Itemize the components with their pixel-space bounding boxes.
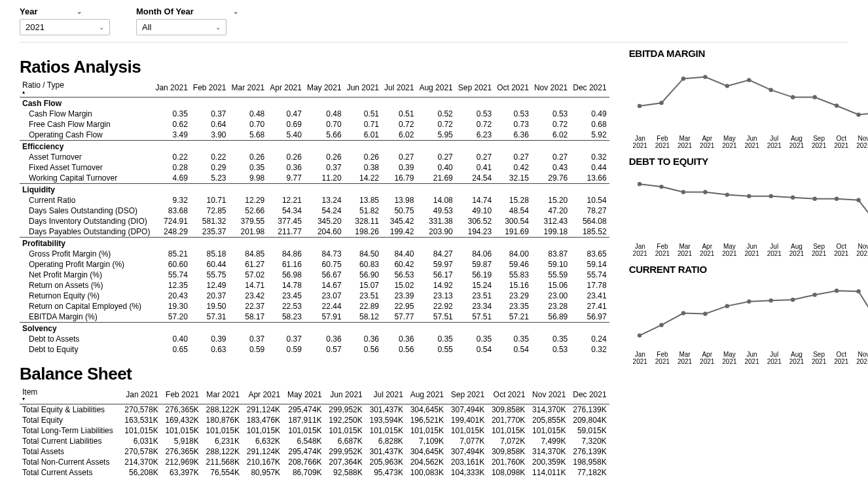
table-row[interactable]: Return on Capital Employed (%)19.3019.50… [20,301,609,312]
table-row[interactable]: Asset Turnover0.220.220.260.260.260.260.… [20,152,609,162]
month-col-header[interactable]: Nov 2021 [528,387,568,404]
table-row[interactable]: Total Assets270,578K276,365K288,122K291,… [20,446,609,457]
chart-point[interactable] [812,293,816,296]
table-row[interactable]: Operating Profit Margin (%)60.6060.4461.… [20,259,609,270]
chart-point[interactable] [659,185,663,188]
month-col-header[interactable]: Jul 2021 [382,80,416,98]
month-col-header[interactable]: Oct 2021 [487,387,528,404]
chart-point[interactable] [812,197,816,201]
month-col-header[interactable]: May 2021 [304,80,344,98]
month-dropdown[interactable]: All ⌄ [136,19,226,35]
month-col-header[interactable]: Jun 2021 [344,80,382,98]
chart-point[interactable] [681,190,685,194]
month-col-header[interactable]: Mar 2021 [202,387,242,404]
table-row[interactable]: Total Non-Current Assets214,370K212,969K… [20,457,609,467]
table-row[interactable]: Operating Cash Flow3.493.905.685.405.666… [20,130,609,141]
chart-point[interactable] [856,113,860,116]
chart-point[interactable] [659,101,663,105]
axis-label: Apr2021 [696,351,718,365]
month-col-header[interactable]: Jan 2021 [153,80,190,98]
chart-point[interactable] [659,323,663,327]
cell-value: 59.97 [416,259,455,270]
balance-table[interactable]: Item▾Jan 2021Feb 2021Mar 2021Apr 2021May… [20,387,609,478]
month-col-header[interactable]: Jan 2021 [120,387,161,404]
month-col-header[interactable]: Nov 2021 [532,80,570,98]
cell-value: 15.28 [494,195,532,205]
chart-point[interactable] [835,289,839,293]
month-col-header[interactable]: Dec 2021 [568,387,609,404]
chart-point[interactable] [769,88,772,92]
chart-point[interactable] [835,103,839,107]
table-row[interactable]: Return on Assets (%)12.3512.4914.7114.78… [20,280,609,291]
chart-point[interactable] [769,298,772,302]
chart-point[interactable] [725,304,729,308]
table-row[interactable]: Current Ratio9.3210.7112.2912.2113.2413.… [20,195,609,205]
table-row[interactable]: EBITDA Margin (%)57.2057.3158.1758.2357.… [20,312,609,323]
month-col-header[interactable]: Jun 2021 [325,387,365,404]
cell-value: 23.42 [229,291,268,301]
table-row[interactable]: Debt to Assets0.400.390.370.370.360.360.… [20,334,609,344]
cell-value: 77,182K [568,467,609,478]
ratios-table[interactable]: Ratio / Type▴Jan 2021Feb 2021Mar 2021Apr… [20,80,609,355]
table-row[interactable]: Gross Profit Margin (%)85.2185.1884.8584… [20,249,609,259]
cell-value: 0.37 [229,334,268,344]
month-col-header[interactable]: Apr 2021 [242,387,283,404]
table-row[interactable]: Total Long-Term Liabilities101,015K101,0… [20,425,609,436]
chart-point[interactable] [791,95,795,99]
table-row[interactable]: Working Capital Turnover4.695.239.989.77… [20,173,609,184]
month-col-header[interactable]: Sep 2021 [456,80,494,98]
chart-point[interactable] [681,311,685,315]
chart-point[interactable] [769,194,772,198]
table-row[interactable]: Days Sales Outstanding (DSO)83.6872.8552… [20,205,609,216]
cell-value: 24.54 [456,173,494,184]
table-row[interactable]: Total Current Assets56,208K63,397K76,554… [20,467,609,478]
chart-point[interactable] [703,75,707,79]
month-col-header[interactable]: Oct 2021 [494,80,532,98]
table-row[interactable]: Net Profit Margin (%)55.7455.7557.0256.9… [20,270,609,280]
chart-point[interactable] [725,84,729,88]
chart-point[interactable] [835,197,839,201]
chart-point[interactable] [791,196,795,200]
chart-point[interactable] [637,182,641,186]
month-col-header[interactable]: May 2021 [283,387,325,404]
table-row[interactable]: Total Equity & Liabilities270,578K276,36… [20,404,609,416]
table-row[interactable]: Total Equity163,531K169,432K180,876K183,… [20,415,609,425]
table-row[interactable]: Days Payables Outstanding (DPO)248.29235… [20,226,609,238]
chart-point[interactable] [725,192,729,196]
table-row[interactable]: Debt to Equity0.650.630.590.590.570.560.… [20,344,609,355]
row-label: Fixed Asset Turnover [20,162,153,173]
month-col-header[interactable]: Aug 2021 [416,80,455,98]
table-row[interactable]: Returnon Equity (%)20.4320.3723.4223.452… [20,291,609,301]
month-col-header[interactable]: Apr 2021 [267,80,304,98]
cell-value: 57.20 [153,312,190,323]
chart-point[interactable] [812,95,816,99]
chart-point[interactable] [747,78,751,82]
table-row[interactable]: Days Inventory Outstanding (DIO)724.9158… [20,216,609,226]
table-row[interactable]: Total Current Liabilities6,031K5,918K6,2… [20,436,609,446]
cell-value: 0.32 [570,344,609,355]
table-row[interactable]: Fixed Asset Turnover0.280.290.350.360.37… [20,162,609,173]
chart-point[interactable] [703,190,707,194]
month-col-header[interactable]: Sep 2021 [446,387,487,404]
month-col-header[interactable]: Aug 2021 [406,387,446,404]
month-col-header[interactable]: Feb 2021 [190,80,229,98]
ratios-col-header[interactable]: Ratio / Type▴ [20,80,153,98]
table-row[interactable]: Cash Flow Margin0.350.370.480.470.480.51… [20,109,609,119]
chart-point[interactable] [747,299,751,303]
chart-point[interactable] [791,298,795,302]
chart-point[interactable] [637,333,641,337]
chart-point[interactable] [637,104,641,108]
chart-point[interactable] [747,194,751,198]
chart-point[interactable] [856,289,860,293]
balance-col-header[interactable]: Item▾ [20,387,120,404]
year-dropdown[interactable]: 2021 ⌄ [20,19,110,35]
month-col-header[interactable]: Feb 2021 [161,387,202,404]
month-col-header[interactable]: Mar 2021 [229,80,268,98]
chart-point[interactable] [703,312,707,315]
chart-point[interactable] [856,198,860,202]
table-row[interactable]: Free Cash Flow Margin0.620.640.700.690.7… [20,119,609,130]
month-col-header[interactable]: Dec 2021 [570,80,609,98]
month-col-header[interactable]: Jul 2021 [365,387,406,404]
cell-value: 59.14 [570,259,609,270]
chart-point[interactable] [681,77,685,80]
